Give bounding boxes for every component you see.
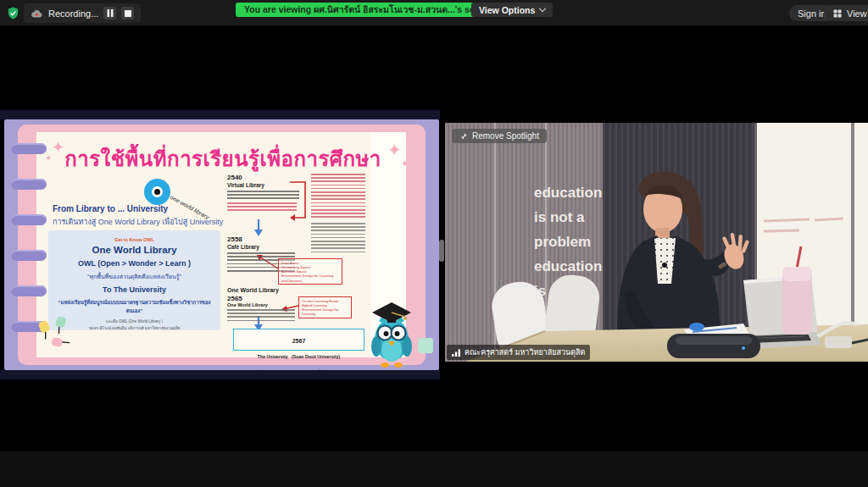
slide-info-panel: Get to Know OWL One World Library OWL (O… [48, 230, 220, 330]
connection-signal-icon [452, 349, 461, 357]
pin-icon [459, 132, 468, 141]
speakerphone [667, 334, 760, 358]
timeline-callout-2: On-line Learning Room Hybrid Learning En… [298, 296, 352, 318]
view-grid-icon [832, 8, 843, 19]
pane-resize-handle[interactable] [439, 240, 444, 262]
owl-logo-icon [144, 179, 170, 205]
meeting-toolbar: Unmute Start Video Security [0, 451, 868, 487]
shared-screen-pane: ✦ ✦ ✦ ✦ การใช้พื้นที่การเรียนรู้เพื่อการ… [0, 25, 440, 451]
slide-intro-line2: การเดินทางสู่ One World Library เพื่อไปส… [53, 216, 223, 228]
cloud-recording-icon [31, 8, 43, 19]
wall-text-line: is not a [534, 209, 585, 225]
view-options-label: View Options [479, 5, 535, 15]
callout-item: Environment Design for Learning and Serv… [281, 274, 339, 283]
video-scene: education is not a problem education is … [445, 123, 868, 362]
shared-screen-bottom-strip [0, 370, 440, 379]
panel-heading: One World Library [53, 245, 215, 255]
timeline-2-title: Café Library [227, 244, 259, 250]
pause-recording-button[interactable] [103, 7, 116, 19]
pushpin-decorations [35, 316, 74, 350]
view-options-button[interactable]: View Options [471, 3, 553, 17]
viewing-banner-text: You are viewing ผศ.นิศารัตน์ อิสระมโนเวช… [244, 3, 493, 17]
panel-to-line: To The University [53, 285, 215, 294]
remove-spotlight-button[interactable]: Remove Spotlight [452, 129, 547, 143]
sign-in-label: Sign in [798, 8, 826, 19]
spiral-ring [11, 285, 47, 296]
slide-mint-square [418, 338, 433, 353]
panel-note: และคือ OWL (One World Library ) [53, 318, 215, 324]
panel-credit: รศ.ดร.ศิโรจน์ ผลพันธิน อธิการบดี มหาวิทย… [53, 325, 215, 331]
timeline-4-subtitle: (Suan Dusit University) [292, 354, 340, 359]
panel-quote2: “แหล่งเรียนรู้ที่สมบูรณ์แบบบนมาตรฐานความ… [53, 298, 215, 315]
spiral-ring [11, 179, 47, 190]
chevron-down-icon [539, 5, 546, 12]
viewing-screen-banner: You are viewing ผศ.นิศารัตน์ อิสระมโนเวช… [236, 3, 502, 17]
shared-screen-top-strip [0, 110, 440, 119]
timeline-4-box: 2567 The University (Suan Dusit Universi… [233, 329, 364, 351]
timeline-callout-1: Dual Bistro Co-working Space Activities … [278, 258, 342, 285]
view-button[interactable]: View [824, 5, 868, 21]
zoom-meeting-window: Recording... You are viewing ผศ.นิศารัตน… [0, 0, 868, 487]
wall-text-line: education [534, 258, 602, 274]
callout-item: Environment Design for Learning [302, 307, 348, 317]
timeline-3-text [227, 309, 295, 324]
top-bar: Recording... You are viewing ผศ.นิศารัตน… [0, 0, 868, 25]
timeline-3-subtitle: One World Library [227, 302, 268, 307]
remove-spotlight-label: Remove Spotlight [472, 131, 539, 141]
owl-mascot [370, 299, 413, 370]
participant-name-text: คณะครุศาสตร์ มหาวิทยาลัยสวนดุสิต [465, 346, 585, 358]
panel-quote1: “ทุกพื้นที่ของสวนดุสิตคือแหล่งเรียนรู้” [53, 272, 215, 281]
timeline-3-year: 2565 [227, 295, 242, 302]
view-label: View [847, 8, 867, 19]
recording-label: Recording... [48, 8, 98, 19]
presentation-slide: ✦ ✦ ✦ ✦ การใช้พื้นที่การเรียนรู้เพื่อการ… [4, 119, 439, 370]
timeline-3-title: One World Library [227, 287, 279, 293]
timeline-2-year: 2558 [227, 235, 242, 243]
spiral-ring [11, 250, 47, 261]
panel-kicker: Get to Know OWL [53, 237, 215, 242]
participant-name-label: คณะครุศาสตร์ มหาวิทยาลัยสวนดุสิต [447, 345, 590, 360]
wall-text-line: problem [534, 234, 591, 250]
spotlight-video: education is not a problem education is … [445, 123, 868, 362]
timeline-4-year: 2567 [292, 338, 306, 344]
stop-recording-button[interactable] [121, 7, 134, 19]
panel-acronym: OWL (Open > Wonder > Learn ) [53, 259, 215, 268]
recording-indicator: Recording... [24, 3, 141, 23]
wall-text-line: education [534, 185, 602, 201]
spiral-ring [11, 214, 47, 225]
timeline-4-title: The University [258, 354, 288, 359]
slide-intro-line1: From Library to ... University [53, 204, 168, 213]
encryption-shield-icon [6, 6, 20, 20]
